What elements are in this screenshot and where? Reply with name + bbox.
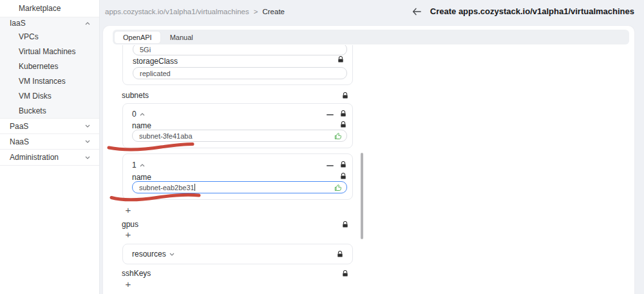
thumbs-up-icon[interactable] — [334, 184, 342, 191]
subnet-index: 0 — [132, 110, 137, 119]
sidebar-section-label: PaaS — [10, 122, 28, 131]
form-scroll-area[interactable]: 5Gi storageClass replicated subnets — [103, 45, 361, 294]
sidebar-section-paas[interactable]: PaaS — [0, 119, 99, 134]
sidebar-item-vm-disks[interactable]: VM Disks — [0, 88, 99, 103]
back-arrow-icon[interactable] — [412, 8, 421, 15]
storageclass-value: replicated — [140, 70, 171, 77]
add-sshkey-button[interactable]: + — [122, 278, 134, 289]
remove-item-button[interactable] — [327, 114, 334, 115]
screen: Marketplace IaaS VPCsVirtual MachinesKub… — [0, 0, 644, 294]
sidebar-item-virtual-machines[interactable]: Virtual Machines — [0, 44, 99, 59]
resources-label: resources — [132, 250, 166, 259]
storage-value: 5Gi — [140, 46, 151, 54]
resources-card[interactable]: resources — [122, 244, 353, 264]
subnet-0-header[interactable]: 0 — [132, 110, 145, 119]
sshkeys-label: sshKeys — [122, 269, 151, 278]
sidebar-iaas-children: VPCsVirtual MachinesKubernetesVM Instanc… — [0, 29, 99, 118]
page-title: Create apps.cozystack.io/v1alpha1/virtua… — [430, 6, 634, 16]
create-form-card: OpenAPI Manual 5Gi storageClass replicat… — [103, 26, 634, 294]
sidebar-item-marketplace[interactable]: Marketplace — [0, 0, 99, 17]
sidebar-item-kubernetes[interactable]: Kubernetes — [0, 59, 99, 74]
tab-openapi[interactable]: OpenAPI — [115, 32, 160, 43]
sidebar-item-vpcs[interactable]: VPCs — [0, 29, 99, 44]
sidebar-group-iaas: IaaS VPCsVirtual MachinesKubernetesVM In… — [0, 17, 99, 119]
subnet-item-0-card: 0 name subnet-3fe41aba — [122, 103, 353, 148]
tab-bar: OpenAPI Manual — [113, 30, 629, 44]
add-subnet-button[interactable]: + — [122, 204, 134, 215]
sidebar: Marketplace IaaS VPCsVirtual MachinesKub… — [0, 0, 100, 294]
sidebar-item-label: Marketplace — [19, 4, 61, 13]
subnets-label-row: subnets — [122, 91, 348, 100]
page-header: Create apps.cozystack.io/v1alpha1/virtua… — [412, 6, 634, 16]
lock-icon — [342, 92, 348, 99]
subnet-1-name-input[interactable]: subnet-eab2be31 — [132, 181, 347, 193]
systemdisk-card: 5Gi storageClass replicated — [122, 45, 353, 85]
storage-input[interactable]: 5Gi — [133, 45, 347, 55]
sshkeys-label-row: sshKeys — [122, 269, 348, 278]
breadcrumb-path[interactable]: apps.cozystack.io/v1alpha1/virtualmachin… — [105, 8, 249, 15]
lock-icon — [337, 56, 344, 63]
sidebar-section-administration[interactable]: Administration — [0, 150, 99, 166]
gpus-label: gpus — [122, 220, 138, 229]
lock-icon — [337, 251, 343, 258]
sidebar-item-vm-instances[interactable]: VM Instances — [0, 74, 99, 88]
text-cursor — [194, 184, 195, 191]
thumbs-up-icon[interactable] — [334, 132, 342, 140]
form-scrollbar-thumb[interactable] — [361, 153, 363, 239]
subnet-1-name-value: subnet-eab2be31 — [139, 184, 194, 191]
breadcrumb: apps.cozystack.io/v1alpha1/virtualmachin… — [105, 8, 285, 15]
subnet-0-name-input[interactable]: subnet-3fe41aba — [132, 130, 347, 142]
storageclass-label: storageClass — [133, 57, 178, 66]
lock-icon — [340, 161, 346, 168]
sidebar-section-label: NaaS — [10, 137, 29, 146]
sidebar-item-buckets[interactable]: Buckets — [0, 103, 99, 118]
sidebar-section-label: Administration — [10, 153, 59, 162]
chevron-down-icon — [85, 124, 90, 128]
chevron-up-icon — [140, 164, 145, 167]
subnets-label: subnets — [122, 91, 149, 100]
tab-label: OpenAPI — [123, 34, 152, 41]
chevron-down-icon — [85, 140, 90, 143]
tab-label: Manual — [170, 34, 193, 41]
subnet-index: 1 — [132, 161, 137, 170]
remove-item-button[interactable] — [327, 165, 334, 166]
name-label: name — [132, 121, 151, 130]
gpus-label-row: gpus — [122, 220, 348, 229]
name-label: name — [132, 173, 151, 182]
chevron-up-icon — [85, 22, 90, 25]
breadcrumb-current: Create — [262, 8, 285, 15]
lock-icon — [342, 270, 348, 277]
lock-icon — [342, 221, 348, 228]
subnet-1-header[interactable]: 1 — [132, 161, 145, 170]
subnet-item-1-card: 1 name subnet-eab2be31 — [122, 153, 353, 200]
sidebar-section-naas[interactable]: NaaS — [0, 134, 99, 150]
subnet-0-name-value: subnet-3fe41aba — [139, 132, 193, 140]
breadcrumb-separator: > — [254, 8, 258, 15]
chevron-up-icon — [140, 113, 145, 116]
lock-icon — [340, 121, 346, 128]
lock-icon — [340, 173, 346, 180]
lock-icon — [340, 110, 346, 117]
tab-manual[interactable]: Manual — [160, 34, 203, 41]
add-gpu-button[interactable]: + — [122, 228, 134, 240]
sidebar-section-iaas[interactable]: IaaS — [0, 17, 99, 29]
sidebar-section-label: IaaS — [10, 19, 26, 28]
chevron-down-icon — [169, 253, 175, 256]
storageclass-input[interactable]: replicated — [133, 67, 347, 79]
chevron-down-icon — [85, 156, 90, 159]
